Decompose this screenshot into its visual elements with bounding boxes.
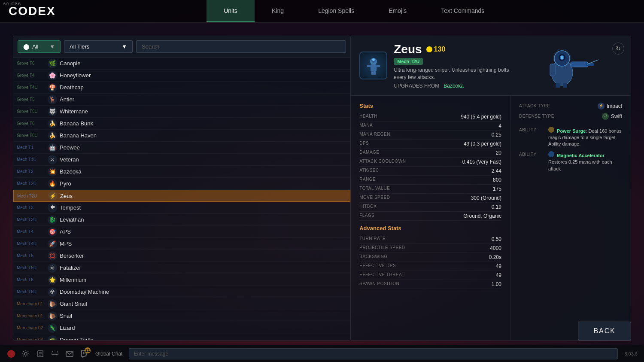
unit-list-item[interactable]: Grove T4 🌸 Honeyflower: [13, 70, 350, 82]
unit-list-icon: 🦎: [48, 323, 57, 333]
unit-list-item[interactable]: Mech T6U ☢ Doomsday Machine: [13, 286, 350, 298]
stat-damage: DAMAGE 20: [359, 149, 501, 158]
unit-list-name: Honeyflower: [60, 72, 91, 79]
unit-tier-label: Mech T5U: [17, 265, 48, 270]
upgrades-from-link[interactable]: Bazooka: [444, 83, 464, 89]
unit-tier-label: Mech T6: [17, 277, 48, 282]
unit-tier-label: Mech T2U: [17, 181, 48, 186]
unit-list-item[interactable]: Mech T6 🌟 Millennium: [13, 274, 350, 286]
unit-list-item[interactable]: Mech T1U ⚔ Veteran: [13, 154, 350, 166]
stat-mana: MANA 4: [359, 122, 501, 131]
search-input[interactable]: [136, 40, 346, 53]
unit-tier-label: Mercenary 01: [17, 301, 48, 306]
chat-input[interactable]: [129, 348, 618, 359]
book-icon[interactable]: [36, 349, 45, 359]
unit-list-item[interactable]: Grove T5U 🐺 Whitemane: [13, 106, 350, 118]
power-icon[interactable]: [6, 349, 16, 359]
unit-list-name: Fatalizer: [60, 265, 81, 271]
svg-rect-13: [571, 62, 588, 67]
nav-tabs: Units King Legion Spells Emojis Text Com…: [64, 0, 644, 22]
stat-backswing: BACKSWING 0.20s: [359, 253, 501, 262]
stat-mana-regen: MANA REGEN 0.25: [359, 131, 501, 140]
gold-cost-badge: 130: [426, 46, 446, 53]
stat-effective-dps: EFFECTIVE DPS 49: [359, 262, 501, 271]
unit-list-item[interactable]: Mech T5U ☠ Fatalizer: [13, 262, 350, 274]
top-nav: 60 FPS CODEX Units King Legion Spells Em…: [0, 0, 644, 23]
svg-rect-25: [66, 351, 73, 356]
unit-list-icon: 🐌: [48, 299, 57, 309]
twitch-icon[interactable]: 21: [79, 349, 89, 359]
tab-units-active[interactable]: Units: [207, 0, 255, 22]
unit-list-name: Peewee: [60, 144, 80, 151]
unit-list-item[interactable]: Grove T6 🌿 Canopie: [13, 58, 350, 70]
defense-type-row: DEFENSE TYPE 🛡 Swift: [519, 111, 622, 122]
tab-text-commands[interactable]: Text Commands: [424, 0, 501, 22]
unit-list-name: Zeus: [60, 193, 73, 199]
unit-list-item[interactable]: Mercenary 01 🐌 Giant Snail: [13, 298, 350, 310]
stat-effective-threat: EFFECTIVE THREAT 49: [359, 271, 501, 280]
unit-list-item[interactable]: Mech T3 🌪 Tempest: [13, 202, 350, 214]
advanced-stats-title: Advanced Stats: [359, 225, 501, 231]
unit-list-icon: ⚔: [48, 155, 57, 164]
unit-tier-label: Mercenary 01: [17, 313, 48, 318]
unit-list-item[interactable]: Mech T4 🎯 APS: [13, 226, 350, 238]
unit-list-icon: 🍌: [48, 131, 57, 140]
unit-tier-label: Grove T6U: [17, 133, 48, 138]
settings-icon[interactable]: [21, 349, 30, 359]
unit-list-icon: 🌿: [48, 59, 57, 68]
unit-tier-label: Grove T4: [17, 73, 48, 78]
unit-list-name: Whitemane: [60, 108, 88, 115]
unit-list-item[interactable]: Mercenary 02 🦎 Lizard: [13, 322, 350, 334]
unit-list-item[interactable]: Mech T4U 🚀 MPS: [13, 238, 350, 250]
unit-tier-label: Mercenary 03: [17, 338, 48, 340]
unit-list-item[interactable]: Mech T1 🤖 Peewee: [13, 142, 350, 154]
unit-list-item[interactable]: Mech T5 💢 Berserker: [13, 250, 350, 262]
unit-type-badge: Mech T2U: [394, 58, 423, 65]
tab-legion-spells[interactable]: Legion Spells: [301, 0, 371, 22]
unit-avatar: [359, 52, 387, 79]
unit-list-icon: 🌟: [48, 275, 57, 285]
stats-panel: Stats HEALTH 940 (5.4 per gold) MANA 4 M…: [351, 96, 631, 340]
unit-list-item[interactable]: Mech T2U ⚡ Zeus: [13, 190, 350, 202]
tab-emojis[interactable]: Emojis: [371, 0, 424, 22]
unit-3d-image-area: [510, 38, 605, 90]
unit-list-name: Veteran: [60, 156, 79, 163]
discord-icon[interactable]: [50, 349, 60, 359]
stat-dps: DPS 49 (0.3 per gold): [359, 140, 501, 149]
faction-filter[interactable]: ⬤ All ▼: [18, 40, 61, 53]
unit-list-icon: 🐢: [48, 335, 57, 341]
unit-list-icon: 🤖: [48, 143, 57, 152]
unit-tier-label: Mech T3U: [17, 217, 48, 222]
unit-list-item[interactable]: Grove T4U 🍄 Deathcap: [13, 82, 350, 94]
unit-list-name: Doomsday Machine: [60, 289, 109, 295]
unit-tier-label: Grove T6: [17, 61, 48, 66]
unit-list-icon: 🌸: [48, 71, 57, 80]
stat-projectile-speed: PROJECTILE SPEED 4000: [359, 244, 501, 253]
tab-king[interactable]: King: [255, 0, 301, 22]
unit-list-item[interactable]: Mech T2U 🔥 Pyro: [13, 178, 350, 190]
unit-list-item[interactable]: Mech T2 💥 Bazooka: [13, 166, 350, 178]
ability1-icon: [548, 127, 554, 133]
attack-type-icon: ⚡: [598, 103, 605, 110]
unit-list-item[interactable]: Grove T6U 🍌 Banana Haven: [13, 130, 350, 142]
unit-list-icon: 🐺: [48, 107, 57, 116]
unit-tier-label: Mech T1U: [17, 157, 48, 162]
unit-list-item[interactable]: Mech T3U 🐉 Leviathan: [13, 214, 350, 226]
unit-list-icon: 💢: [48, 251, 57, 261]
unit-list-item[interactable]: Mercenary 03 🐢 Dragon Turtle: [13, 334, 350, 340]
refresh-button[interactable]: ↻: [612, 43, 624, 55]
back-button[interactable]: BACK: [578, 322, 631, 341]
unit-list-item[interactable]: Mercenary 01 🐌 Snail: [13, 310, 350, 322]
mail-icon[interactable]: [65, 349, 74, 359]
unit-list-item[interactable]: Grove T5 🦌 Antler: [13, 94, 350, 106]
bottom-bar: 21 Global Chat 8.03.6: [0, 345, 644, 362]
svg-point-20: [24, 353, 27, 355]
stat-atk-sec: ATK/SEC 2.44: [359, 167, 501, 176]
tier-filter[interactable]: All Tiers ▼: [64, 40, 133, 53]
unit-list-icon: 🌪: [48, 203, 57, 213]
attack-type-row: ATTACK TYPE ⚡ Impact: [519, 101, 622, 111]
svg-rect-6: [371, 71, 374, 75]
unit-list-item[interactable]: Grove T6 🍌 Banana Bunk: [13, 118, 350, 130]
unit-list-icon: 💥: [48, 167, 57, 176]
unit-tier-label: Mech T6U: [17, 289, 48, 294]
